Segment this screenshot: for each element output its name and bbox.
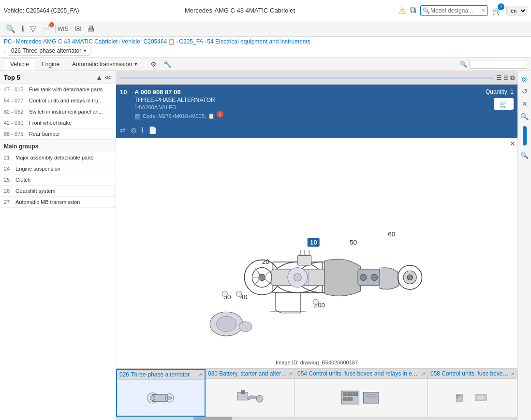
svg-text:10: 10 [310,239,317,246]
image-id-label: Image ID: drawing_B54026000187 [276,360,358,365]
wis-icon[interactable]: WIS [55,25,71,33]
expand-icon[interactable]: ⧉ [510,74,515,82]
thumb-2[interactable]: 030 Battery, starter and alternator line… [206,369,295,417]
add-to-cart-btn[interactable]: 🛒 [494,98,514,110]
tab-search-input[interactable] [469,60,527,69]
action-info-btn[interactable]: ℹ [141,126,144,134]
thumbnails-bar: 026 Three-phase alternator ↗ 030 Bat [116,368,517,417]
sidebar-item-42[interactable]: 42 - 030 Front wheel brake [0,117,116,129]
mail-icon[interactable]: ✉ [73,23,83,34]
action-transfer-btn[interactable]: ⇄ [120,126,126,134]
sidebar-item-num: 21 [4,155,15,160]
doc-icon[interactable]: 📄! [40,23,53,34]
main-groups-title: Main groups [0,140,116,152]
thumbnail-scrollbar[interactable] [116,417,517,420]
rp-circle-btn[interactable]: ◎ [518,73,531,85]
tab-engine[interactable]: Engine [35,58,66,71]
tab-auto-trans[interactable]: Automatic transmission ▼ [66,58,144,71]
thumb-3[interactable]: 054 Control units, fuse boxes and relays… [295,369,428,417]
sidebar-item-num: 82 - 062 [4,109,29,115]
thumb-3-label: 054 Control units, fuse boxes and relays… [297,370,420,377]
thumb-1-label: 026 Three-phase alternator [119,371,197,378]
svg-rect-51 [364,392,379,404]
svg-point-36 [239,322,252,332]
badge-num: 1 [217,111,223,117]
breadcrumb-sep5: › [4,47,6,54]
breadcrumb-c205fa[interactable]: C205_FA [179,38,203,45]
zoom-in-icon[interactable]: 🔍 [4,23,17,34]
breadcrumb-dropdown[interactable]: 026 Three-phase alternator ▼ [8,46,90,56]
breadcrumb-sub-label: 026 Three-phase alternator [11,47,81,54]
print-icon[interactable]: 🖶 [85,24,97,34]
sidebar-item-26[interactable]: 26 Gearshift system [0,186,116,197]
tab-dropdown-icon: ▼ [133,62,138,67]
sidebar-item-label: Gearshift system [15,188,56,194]
clear-search-icon[interactable]: ✕ [481,7,486,14]
center-content: ☰ ⊞ ⧉ 10 A 000 906 87 06 THREE-PHASE ALT… [116,71,517,420]
sidebar-item-24[interactable]: 24 Engine suspension [0,163,116,174]
breadcrumb-electrical[interactable]: 54 Electrical equipment and instruments [207,38,310,45]
tab-icon-btn2[interactable]: 🔧 [161,59,174,69]
action-ref-btn[interactable]: ◎ [131,126,136,134]
breadcrumb-pc[interactable]: PC [4,38,12,45]
quantity-label: Quantity: 1 [486,88,514,95]
svg-rect-58 [457,397,459,398]
cart-badge: 1 [498,3,504,10]
rp-zoom-out-btn[interactable]: 🔍 [518,149,531,161]
breadcrumb-model[interactable]: Mercedes-AMG C 43 4MATIC Cabriolet [16,38,118,45]
sidebar-item-27[interactable]: 27 Automatic MB transmission [0,197,116,208]
warning-icon: ⚠ [398,5,406,16]
chevron-down-icon: ▼ [83,48,87,53]
rp-close-btn[interactable]: ✕ [518,98,531,110]
sidebar-item-54[interactable]: 54 - 077 Control units and relays in tru… [0,95,116,106]
thumb-2-ext-icon: ↗ [288,371,292,377]
sidebar-item-num: 25 [4,177,15,183]
thumb-1[interactable]: 026 Three-phase alternator ↗ [116,369,206,417]
sidebar-item-21[interactable]: 21 Major assembly detachable parts [0,152,116,163]
part-name: THREE-PHASE ALTERNATOR [134,97,475,103]
svg-point-60 [477,395,485,401]
action-doc-btn[interactable]: 📄 [148,126,157,134]
sidebar-item-47[interactable]: 47 - 015 Fuel tank with detachable parts [0,84,116,95]
sidebar-item-88[interactable]: 88 - 075 Rear bumper [0,129,116,140]
filter-icon[interactable]: ▽ [28,23,38,34]
tab-icon-btn1[interactable]: ⚙ [148,59,159,69]
sidebar-minimize-btn[interactable]: ≪ [104,73,112,81]
grid-view-icon[interactable]: ⊞ [503,74,509,82]
svg-rect-43 [242,391,245,394]
svg-point-44 [256,395,263,402]
info-icon[interactable]: ℹ [19,23,26,34]
svg-rect-25 [297,256,311,265]
breadcrumb-vehicle[interactable]: Vehicle: C205464 [121,38,167,45]
sidebar-item-82[interactable]: 82 - 062 Switch in instrument panel an..… [0,106,116,117]
tab-vehicle[interactable]: Vehicle [4,58,35,71]
sidebar-item-label: Major assembly detachable parts [15,155,93,160]
parts-list-header-box [119,77,494,79]
svg-text:50: 50 [350,239,357,246]
copy-icon[interactable]: ⧉ [410,5,416,15]
lang-select[interactable]: en [506,6,527,15]
rp-history-btn[interactable]: ↺ [518,86,531,97]
rp-zoom-in-btn[interactable]: 🔍 [518,111,531,122]
breadcrumb-sep2: › [118,38,120,45]
model-search-input[interactable] [420,5,488,16]
svg-point-41 [150,395,155,401]
svg-text:60: 60 [388,231,396,238]
sidebar-item-25[interactable]: 25 Clutch [0,174,116,186]
sidebar-collapse-btn[interactable]: ▲ [96,73,103,81]
thumb-1-ext-icon: ↗ [198,372,202,377]
close-drawing-btn[interactable]: ✕ [510,140,516,147]
svg-point-33 [313,299,318,304]
sidebar-item-label: Clutch [15,177,30,183]
list-view-icon[interactable]: ☰ [496,74,502,82]
sidebar-item-num: 27 [4,199,15,205]
thumb-4[interactable]: 058 Control units, fuse boxes and re ↗ [428,369,517,417]
svg-point-31 [222,291,227,296]
svg-rect-56 [457,395,459,396]
part-row: 10 A 000 906 87 06 THREE-PHASE ALTERNATO… [116,85,517,138]
svg-rect-57 [459,395,461,396]
model-label: Mercedes-AMG C 43 4MATIC Cabriolet [81,7,398,14]
part-spec: 14V/200A VALEO [134,104,475,110]
breadcrumb-sep3: › [176,38,178,45]
thumb-4-ext-icon: ↗ [511,371,515,377]
